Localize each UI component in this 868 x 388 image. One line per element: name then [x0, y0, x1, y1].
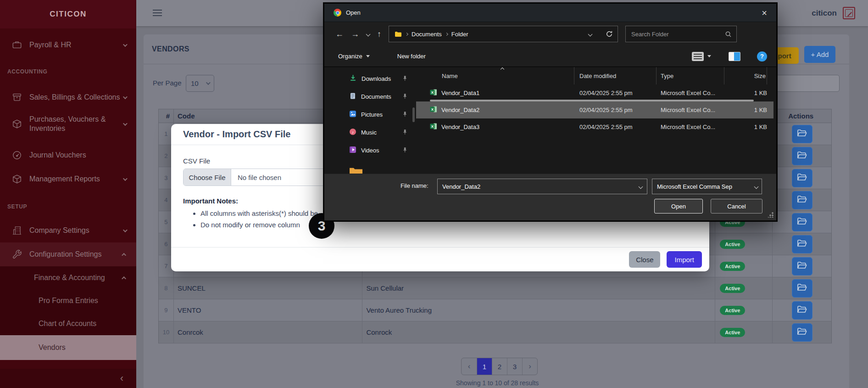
modal-import-button[interactable]: Import	[667, 251, 702, 268]
prev-page-button[interactable]: ‹	[462, 358, 477, 375]
sidebar-item-journal-vouchers[interactable]: Journal Vouchers	[0, 143, 136, 167]
file-name-input[interactable]: Vendor_Data2	[437, 179, 647, 194]
sidebar-item-company-settings[interactable]: Company Settings	[0, 219, 136, 242]
add-button[interactable]: + Add	[804, 46, 835, 63]
folder-open-icon	[796, 326, 808, 338]
sidebar-item-management-reports[interactable]: Management Reports	[0, 167, 136, 191]
quick-access-videos[interactable]: Videos	[324, 141, 416, 159]
per-page-label: Per Page	[153, 79, 182, 87]
horizontal-scrollbar[interactable]	[430, 100, 754, 101]
open-vendor-button[interactable]	[792, 235, 812, 253]
quick-access-label: Music	[361, 129, 397, 136]
row-number: 8	[159, 277, 174, 299]
open-vendor-button[interactable]	[792, 323, 812, 342]
sidebar-item-pro-forma-entries[interactable]: Pro Forma Entries	[0, 289, 136, 312]
breadcrumb-folder[interactable]: Folder	[451, 31, 468, 38]
column-header-0[interactable]: #	[159, 109, 174, 123]
page-button-2[interactable]: 2	[492, 358, 507, 375]
quick-access-music[interactable]: ♪ Music	[324, 124, 416, 141]
file-column-size[interactable]: Size	[724, 67, 767, 84]
quick-access-documents[interactable]: Documents	[324, 88, 416, 106]
open-vendor-button[interactable]	[792, 257, 812, 276]
open-vendor-button[interactable]	[792, 301, 812, 320]
file-column-date-modified[interactable]: Date modified	[574, 67, 657, 84]
quick-access-label: Videos	[361, 147, 397, 154]
up-icon[interactable]: ↑	[377, 29, 381, 39]
sidebar-item-payroll-hr[interactable]: Payroll & HR	[0, 33, 136, 57]
breadcrumb-documents[interactable]: Documents	[412, 31, 442, 38]
sidebar-item-configuration-settings[interactable]: Configuration Settings	[0, 242, 136, 266]
next-page-button[interactable]: ›	[522, 358, 537, 375]
open-vendor-button[interactable]	[792, 213, 812, 231]
chevron-up-icon	[122, 276, 126, 281]
pin-icon	[402, 129, 408, 137]
file-column-type[interactable]: Type	[657, 67, 724, 84]
view-dropdown-icon[interactable]	[707, 55, 711, 57]
building-icon	[12, 225, 22, 236]
refresh-icon[interactable]	[606, 30, 613, 38]
sidebar-item-vendors[interactable]: Vendors	[0, 335, 136, 360]
forward-icon[interactable]: →	[351, 29, 359, 39]
collapse-icon[interactable]: ‹	[120, 372, 123, 384]
preview-pane-icon[interactable]	[729, 52, 740, 61]
file-row-vendor-data2[interactable]: XVendor_Data2 02/04/2025 2:55 pm Microso…	[416, 101, 773, 118]
dialog-toolbar: Organize New folder ?	[324, 46, 776, 67]
dialog-title: Open	[346, 9, 361, 16]
close-button[interactable]: Close	[629, 251, 660, 268]
close-icon[interactable]: ×	[762, 8, 767, 17]
chevron-down-icon	[206, 80, 211, 85]
file-list-header: NameDate modifiedTypeSize	[416, 67, 773, 84]
sidebar-item-label: Pro Forma Entries	[39, 297, 98, 305]
row-number: 10	[159, 321, 174, 343]
sidebar-collapse[interactable]: ‹	[0, 369, 136, 388]
resize-grip[interactable]	[768, 212, 773, 218]
menu-toggle-icon[interactable]	[153, 10, 162, 18]
open-vendor-button[interactable]	[792, 191, 812, 209]
folder-icon	[395, 30, 402, 38]
sidebar-item-chart-of-accounts[interactable]: Chart of Accounts	[0, 312, 136, 335]
page-button-3[interactable]: 3	[507, 358, 522, 375]
file-row-vendor-data3[interactable]: XVendor_Data3 02/04/2025 2:55 pm Microso…	[416, 118, 773, 135]
sidebar-item-label: Purchases, Vouchers & Inventories	[29, 115, 123, 133]
archive-icon	[12, 92, 22, 102]
svg-text:X: X	[431, 107, 434, 112]
details-view-icon[interactable]	[692, 52, 704, 61]
back-icon[interactable]: ←	[335, 29, 344, 39]
header-brand-text: citicon	[812, 9, 837, 18]
cube-icon	[12, 174, 22, 184]
per-page-select[interactable]: 10	[186, 75, 214, 92]
open-button[interactable]: Open	[654, 199, 703, 214]
svg-text:X: X	[431, 124, 434, 129]
quick-access-label: Pictures	[361, 111, 397, 118]
file-type-select[interactable]: Microsoft Excel Comma Sep	[652, 179, 762, 194]
quick-access-pictures[interactable]: Pictures	[324, 106, 416, 124]
quick-access-label: Documents	[361, 93, 397, 100]
page-button-1[interactable]: 1	[477, 358, 492, 375]
open-vendor-button[interactable]	[792, 279, 812, 298]
vendor-code: VENTO	[174, 299, 362, 321]
file-column-name[interactable]: Name	[416, 67, 574, 84]
address-dropdown-icon[interactable]	[588, 32, 593, 36]
help-icon[interactable]: ?	[757, 51, 767, 62]
column-header-4[interactable]: Actions	[773, 109, 831, 123]
chrome-icon	[334, 9, 341, 17]
dialog-search-box[interactable]: Search Folder	[625, 26, 737, 42]
recent-locations-icon[interactable]	[366, 32, 371, 36]
open-vendor-button[interactable]	[792, 169, 812, 187]
sidebar-item-purchases-vouchers-inventories[interactable]: Purchases, Vouchers & Inventories	[0, 109, 136, 139]
file-row-vendor-data1[interactable]: XVendor_Data1 02/04/2025 2:55 pm Microso…	[416, 84, 773, 101]
organize-menu[interactable]: Organize	[338, 53, 362, 60]
dialog-titlebar[interactable]: Open ×	[324, 4, 776, 22]
sidebar-scrollbar[interactable]	[412, 107, 415, 122]
new-folder-button[interactable]: New folder	[397, 53, 426, 60]
quick-access-downloads[interactable]: Downloads	[324, 70, 416, 88]
sidebar-item-finance-accounting[interactable]: Finance & Accounting	[0, 266, 136, 289]
choose-file-button[interactable]: Choose File	[184, 169, 231, 186]
address-bar[interactable]: Documents Folder	[389, 26, 618, 42]
sidebar-item-sales-billings-collections[interactable]: Sales, Billings & Collections	[0, 85, 136, 109]
open-vendor-button[interactable]	[792, 147, 812, 165]
actions-cell	[773, 321, 831, 343]
open-vendor-button[interactable]	[792, 125, 812, 143]
cancel-button[interactable]: Cancel	[711, 199, 762, 214]
file-type: Microsoft Excel Co...	[657, 107, 724, 113]
